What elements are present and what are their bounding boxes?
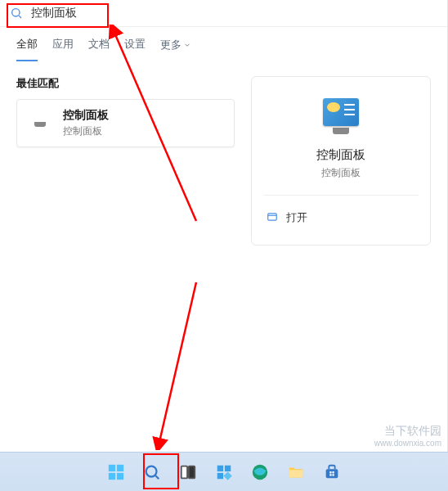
svg-rect-24 [332,471,334,473]
svg-rect-22 [326,469,338,478]
open-icon [267,211,278,225]
search-tabs: 全部 应用 文档 设置 更多 [0,27,447,61]
tab-docs[interactable]: 文档 [88,37,110,61]
svg-rect-18 [217,472,223,478]
svg-rect-23 [329,471,331,473]
store-button[interactable] [317,457,347,487]
svg-rect-15 [189,466,195,478]
control-panel-icon [27,110,53,137]
search-icon [10,7,23,20]
tab-more[interactable]: 更多 [160,37,191,61]
search-content: 最佳匹配 控制面板 控制面板 控制面板 控制面板 [0,61,447,260]
result-control-panel[interactable]: 控制面板 控制面板 [16,99,235,147]
taskbar [0,452,448,491]
search-panel: 全部 应用 文档 设置 更多 最佳匹配 控制面板 控制面板 [0,0,448,452]
svg-rect-2 [268,213,277,219]
taskbar-search-button[interactable] [137,457,167,487]
task-view-button[interactable] [173,457,203,487]
svg-rect-21 [289,470,303,477]
detail-subtitle: 控制面板 [263,166,419,180]
tab-all[interactable]: 全部 [16,37,38,61]
open-label: 打开 [286,210,307,225]
chevron-down-icon [183,39,191,52]
detail-card: 控制面板 控制面板 打开 [251,76,431,246]
svg-line-1 [19,16,21,18]
widgets-button[interactable] [209,457,239,487]
svg-rect-8 [109,464,115,471]
result-title: 控制面板 [63,108,109,123]
svg-rect-25 [329,474,331,475]
detail-column: 控制面板 控制面板 打开 [251,76,431,246]
start-button[interactable] [101,457,131,487]
tab-apps[interactable]: 应用 [52,37,74,61]
result-text: 控制面板 控制面板 [63,108,109,138]
svg-rect-11 [117,472,123,479]
best-match-label: 最佳匹配 [16,76,235,91]
search-input[interactable] [31,7,437,20]
svg-line-13 [155,475,159,479]
control-panel-icon [321,98,361,137]
results-column: 最佳匹配 控制面板 控制面板 [16,76,235,246]
result-subtitle: 控制面板 [63,124,109,138]
detail-title: 控制面板 [263,147,419,163]
svg-rect-26 [332,474,334,475]
svg-rect-19 [223,471,231,480]
detail-actions: 打开 [263,195,419,230]
svg-rect-14 [181,466,187,478]
svg-rect-9 [117,464,123,471]
search-bar[interactable] [0,0,447,27]
svg-point-0 [12,9,20,16]
tab-more-label: 更多 [160,38,181,52]
svg-point-12 [146,466,157,476]
svg-rect-10 [109,472,115,479]
svg-rect-17 [225,465,231,471]
tab-settings[interactable]: 设置 [124,37,146,61]
open-action[interactable]: 打开 [263,205,419,230]
edge-button[interactable] [245,457,275,487]
explorer-button[interactable] [281,457,311,487]
svg-rect-16 [217,465,223,471]
